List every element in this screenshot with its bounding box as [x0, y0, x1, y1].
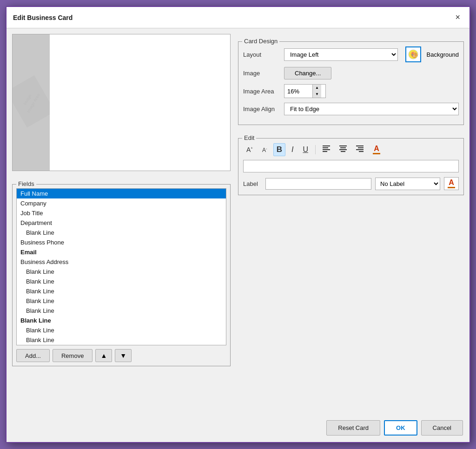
fields-list-item[interactable]: Blank Line [17, 228, 226, 238]
ok-button[interactable]: OK [384, 420, 417, 436]
dialog-footer: Reset Card OK Cancel [7, 416, 469, 442]
image-area-label: Image Area [243, 88, 280, 95]
background-icon: 🎨 [408, 49, 418, 59]
close-button[interactable]: × [452, 12, 463, 23]
fields-list-item[interactable]: Business Phone [17, 238, 226, 247]
font-increase-button[interactable]: A+ [243, 144, 256, 155]
spinner-up[interactable]: ▲ [313, 85, 321, 91]
card-preview: Image Image Area [12, 34, 231, 171]
fields-list-item[interactable]: Blank Line [17, 296, 226, 306]
svg-rect-10 [340, 147, 346, 148]
fields-section-label: Fields [16, 180, 36, 187]
image-area-input[interactable] [284, 86, 312, 97]
svg-rect-9 [339, 145, 347, 146]
left-panel: Image Image Area Fields Full NameCompany… [12, 34, 231, 410]
fields-list-item[interactable]: Email [17, 247, 226, 257]
edit-text-input[interactable] [243, 160, 459, 172]
fields-list-item[interactable]: Blank Line [17, 306, 226, 316]
dialog-title: Edit Business Card [13, 14, 73, 21]
italic-button[interactable]: I [288, 144, 297, 156]
fields-list-item[interactable]: Blank Line [17, 316, 226, 325]
label-color-button[interactable]: A [444, 177, 459, 190]
font-color-icon: A [373, 145, 380, 154]
cancel-button[interactable]: Cancel [421, 420, 463, 436]
edit-section: Edit A+ A- B I U [238, 138, 464, 195]
layout-row: Layout Image Left Image Right Image Top … [243, 46, 459, 62]
add-button[interactable]: Add... [16, 349, 50, 362]
svg-rect-16 [359, 151, 364, 152]
toolbar-divider [315, 145, 316, 154]
bold-button[interactable]: B [273, 143, 285, 156]
card-design-label: Card Design [242, 38, 279, 45]
svg-rect-12 [341, 151, 345, 152]
move-up-button[interactable]: ▲ [95, 349, 112, 362]
label-row: Label No Label Custom Colon Dash A [243, 177, 459, 190]
svg-rect-8 [323, 151, 327, 152]
fields-list-item[interactable]: Full Name [17, 189, 226, 198]
card-design-section: Card Design Layout Image Left Image Righ… [238, 41, 464, 125]
image-row: Image Change... [243, 67, 459, 79]
svg-rect-5 [323, 145, 330, 146]
label-input[interactable] [265, 178, 371, 190]
edit-section-label: Edit [242, 134, 256, 141]
background-button[interactable]: 🎨 [405, 46, 421, 62]
image-align-select[interactable]: Fit to Edge Stretch Center [284, 103, 459, 115]
spinner-down[interactable]: ▼ [313, 91, 321, 98]
fields-list-item[interactable]: Blank Line [17, 267, 226, 277]
label-type-select[interactable]: No Label Custom Colon Dash [375, 178, 440, 190]
underline-button[interactable]: U [299, 144, 311, 156]
title-bar: Edit Business Card × [7, 7, 469, 28]
change-button[interactable]: Change... [284, 67, 331, 79]
fields-list-item[interactable]: Business Address [17, 257, 226, 267]
card-image-watermark: Image Image Area [13, 75, 50, 130]
layout-label: Layout [243, 51, 280, 58]
align-left-button[interactable] [319, 144, 333, 156]
svg-rect-6 [323, 147, 328, 148]
edit-toolbar: A+ A- B I U [243, 143, 459, 156]
card-image-area: Image Image Area [13, 34, 50, 171]
svg-rect-13 [356, 145, 364, 146]
image-align-row: Image Align Fit to Edge Stretch Center [243, 103, 459, 115]
right-panel: Card Design Layout Image Left Image Righ… [238, 34, 464, 410]
svg-rect-7 [323, 149, 330, 150]
move-down-button[interactable]: ▼ [115, 349, 132, 362]
image-area-spinner[interactable]: ▲ ▼ [284, 84, 326, 98]
svg-rect-14 [358, 147, 364, 148]
fields-list-item[interactable]: Blank Line [17, 335, 226, 345]
font-decrease-button[interactable]: A- [259, 145, 271, 155]
svg-rect-11 [339, 149, 347, 150]
label-prefix: Label [243, 180, 262, 187]
image-label: Image [243, 70, 280, 77]
svg-rect-15 [356, 149, 364, 150]
spinner-controls: ▲ ▼ [312, 85, 321, 98]
fields-list-item[interactable]: Blank Line [17, 325, 226, 335]
fields-list-item[interactable]: Department [17, 218, 226, 228]
fields-list-item[interactable]: Blank Line [17, 286, 226, 296]
fields-list-item[interactable]: Job Title [17, 208, 226, 218]
fields-list[interactable]: Full NameCompanyJob TitleDepartmentBlank… [16, 188, 226, 345]
image-area-row: Image Area ▲ ▼ [243, 84, 459, 98]
edit-business-card-dialog: Edit Business Card × Image Image Area [6, 6, 470, 443]
reset-card-button[interactable]: Reset Card [326, 420, 380, 436]
align-right-button[interactable] [353, 144, 367, 156]
font-color-button[interactable]: A [370, 143, 383, 156]
layout-select[interactable]: Image Left Image Right Image Top No Imag… [284, 48, 398, 61]
align-center-button[interactable] [336, 144, 350, 156]
fields-list-item[interactable]: Company [17, 198, 226, 208]
image-align-label: Image Align [243, 106, 280, 112]
background-label: Background [427, 51, 459, 58]
card-text-area [50, 34, 230, 171]
svg-text:🎨: 🎨 [410, 51, 418, 59]
remove-button[interactable]: Remove [53, 349, 93, 362]
label-color-icon: A [448, 179, 455, 188]
fields-list-item[interactable]: Blank Line [17, 277, 226, 286]
fields-buttons: Add... Remove ▲ ▼ [16, 349, 226, 362]
fields-section: Fields Full NameCompanyJob TitleDepartme… [12, 184, 231, 366]
